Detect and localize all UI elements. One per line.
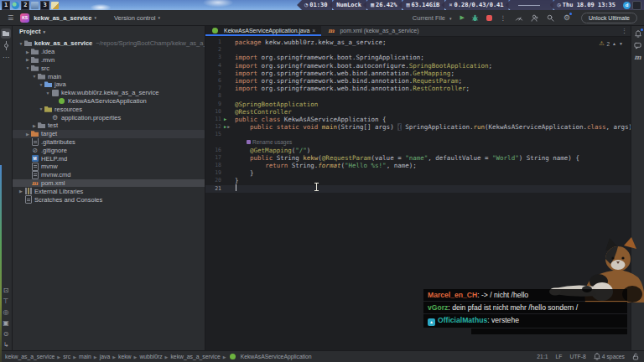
tree-item-main[interactable]: ▼main (13, 72, 205, 80)
code-line[interactable]: 11▶public class KekwAsAServiceApplicatio… (205, 116, 631, 123)
tree-item-kekwasaserviceapplication[interactable]: KekwAsAServiceApplication (13, 97, 205, 106)
code-line[interactable]: 3import org.springframework.boot.SpringA… (205, 54, 631, 61)
code-line[interactable]: 5import org.springframework.web.bind.ann… (205, 70, 631, 77)
status-21-1[interactable]: 21:1 (537, 354, 548, 359)
messenger-icon[interactable]: d (623, 2, 631, 9)
tree-chevron-icon[interactable]: ▶ (31, 123, 38, 128)
code-line[interactable]: 15 (205, 131, 631, 138)
code-line[interactable]: 19 } (205, 169, 631, 177)
tree-chevron-icon[interactable]: ▼ (44, 90, 51, 96)
tree-chevron-icon[interactable]: ▼ (18, 41, 24, 46)
more-icon[interactable]: ⋯ (1, 52, 11, 62)
more-actions-icon[interactable]: ⋮ (498, 13, 508, 23)
close-icon[interactable]: × (312, 28, 315, 34)
tree-chevron-icon[interactable]: ▶ (24, 57, 31, 62)
breadcrumb-item[interactable]: src (63, 354, 70, 359)
code-line[interactable]: 17 public String kekw(@RequestParam(valu… (205, 154, 631, 162)
editor-tab[interactable]: KekwAsAServiceApplication.java× (205, 25, 321, 36)
tree-item-kekw-as-a-service[interactable]: ▼kekw_as_a_service~/repos/SpringBootCham… (13, 39, 205, 48)
vcs-widget[interactable]: Version control (114, 14, 156, 22)
tree-item-pom-xml[interactable]: mpom.xml (13, 179, 205, 188)
tree-item--gitignore[interactable]: ⊘.gitignore (13, 146, 205, 154)
commit-icon[interactable] (1, 40, 11, 50)
main-menu-icon[interactable]: ☰ (8, 14, 13, 22)
debug-button[interactable] (470, 13, 480, 23)
stop-button[interactable] (486, 15, 492, 21)
tree-chevron-icon[interactable]: ▼ (31, 74, 38, 79)
tree-item-resources[interactable]: ▼resources (13, 105, 205, 113)
tree-item-help-md[interactable]: HELP.md (13, 154, 205, 163)
editor-tab[interactable]: mpom.xml (kekw_as_a_service) (321, 25, 424, 36)
code-line[interactable]: 10@RestController (205, 108, 631, 116)
status-4-spaces[interactable]: 4 spaces (594, 353, 625, 360)
unlock-ultimate-button[interactable]: Unlock Ultimate (581, 13, 637, 23)
run-button[interactable]: ▶ (460, 14, 465, 21)
tree-item-mvnw-cmd[interactable]: mvnw.cmd (13, 171, 205, 179)
workspace-tag[interactable]: 3 (40, 1, 49, 10)
tree-chevron-icon[interactable]: ▼ (24, 65, 31, 70)
code-line[interactable]: 2 (205, 46, 631, 54)
code-line[interactable]: 9@SpringBootApplication (205, 101, 631, 108)
project-panel-header[interactable]: Project ▾ (13, 25, 205, 38)
code-line[interactable]: 12▶▶ public static void main(String[] ar… (205, 123, 631, 131)
breadcrumb-item[interactable]: java (100, 354, 110, 359)
code-with-me-icon[interactable] (530, 13, 540, 23)
run-dashboard-icon[interactable]: ◎ (1, 307, 11, 317)
breadcrumb-item[interactable]: kekw_as_a_service (5, 354, 55, 359)
status-icon[interactable] (632, 353, 639, 360)
code-line[interactable]: 4import org.springframework.boot.autocon… (205, 62, 631, 70)
tree-item--mvn[interactable]: ▶.mvn (13, 56, 205, 65)
tree-chevron-icon[interactable]: ▼ (38, 106, 44, 111)
tree-item-application-properties[interactable]: ⚙application.properties (13, 113, 205, 122)
breadcrumb-item[interactable]: kekw_as_a_service (170, 354, 220, 359)
pull-requests-icon[interactable]: ↳ (1, 339, 11, 349)
rename-usages-inlay[interactable]: Rename usages (247, 139, 292, 145)
code-line[interactable]: 8 (205, 92, 631, 100)
breadcrumb-item[interactable]: main (79, 354, 91, 359)
breadcrumb-item[interactable]: kekw (118, 354, 132, 359)
fold-icon[interactable]: ▶ (227, 123, 230, 131)
breadcrumb-item[interactable]: wubbl0rz (139, 354, 162, 359)
ai-assistant-icon[interactable] (633, 40, 643, 50)
tree-item-target[interactable]: ▶target (13, 130, 205, 138)
code-line[interactable]: 16 @GetMapping("/") (205, 147, 631, 154)
workspace-tag[interactable]: 1 (2, 1, 10, 10)
status-utf-8[interactable]: UTF-8 (570, 354, 586, 359)
tree-item-java[interactable]: ▼java (13, 80, 205, 89)
code-line[interactable]: 7import org.springframework.web.bind.ann… (205, 85, 631, 92)
tree-item-kekw-wubbl0rz-kekw-as-a-service[interactable]: ▼kekw.wubbl0rz.kekw_as_a_service (13, 89, 205, 97)
code-line[interactable]: 1package kekw.wubbl0rz.kekw_as_a_service… (205, 39, 631, 46)
project-switcher[interactable]: kekw_as_a_service (34, 14, 91, 22)
breadcrumb-item[interactable]: KekwAsAServiceApplication (229, 353, 312, 360)
code-editor[interactable]: 1package kekw.wubbl0rz.kekw_as_a_service… (205, 39, 631, 193)
run-line-icon[interactable]: ▶ (224, 116, 226, 123)
profiler-icon[interactable] (514, 13, 524, 23)
tree-chevron-icon[interactable]: ▶ (24, 49, 31, 54)
tree-item-mvnw[interactable]: mvnw (13, 163, 205, 171)
tree-item-external-libraries[interactable]: ▶External Libraries (13, 187, 205, 195)
tree-item-src[interactable]: ▼src (13, 64, 205, 72)
tree-chevron-icon[interactable]: ▶ (18, 189, 24, 194)
services-icon[interactable]: ⊤ (1, 296, 11, 306)
problems-icon[interactable]: ⊙ (1, 328, 11, 339)
code-line[interactable]: 6import org.springframework.web.bind.ann… (205, 77, 631, 85)
code-line[interactable]: 21 (205, 185, 631, 193)
terminal-icon[interactable]: ⊡ (1, 285, 11, 295)
code-line[interactable]: Rename usages (205, 138, 631, 146)
tree-item-scratches-and-consoles[interactable]: Scratches and Consoles (13, 195, 205, 204)
settings-icon[interactable]: ⚙ (562, 13, 572, 23)
maven-icon[interactable]: m (633, 52, 643, 62)
tree-chevron-icon[interactable]: ▼ (38, 82, 44, 87)
display-icon[interactable] (632, 1, 641, 10)
workspace-tag[interactable]: 2 (21, 1, 29, 10)
tree-item-test[interactable]: ▶test (13, 122, 205, 130)
code-line[interactable]: 20} (205, 177, 631, 184)
build-icon[interactable]: ▣ (1, 318, 11, 328)
tree-item--idea[interactable]: ▶.idea (13, 48, 205, 56)
project-icon[interactable] (1, 28, 11, 39)
tree-item--gitattributes[interactable]: .gitattributes (13, 138, 205, 147)
search-icon[interactable] (546, 13, 556, 23)
run-config-selector[interactable]: Current File ▾ (413, 14, 454, 22)
status-lf[interactable]: LF (556, 354, 563, 359)
run-line-icon[interactable]: ▶ (224, 123, 226, 131)
